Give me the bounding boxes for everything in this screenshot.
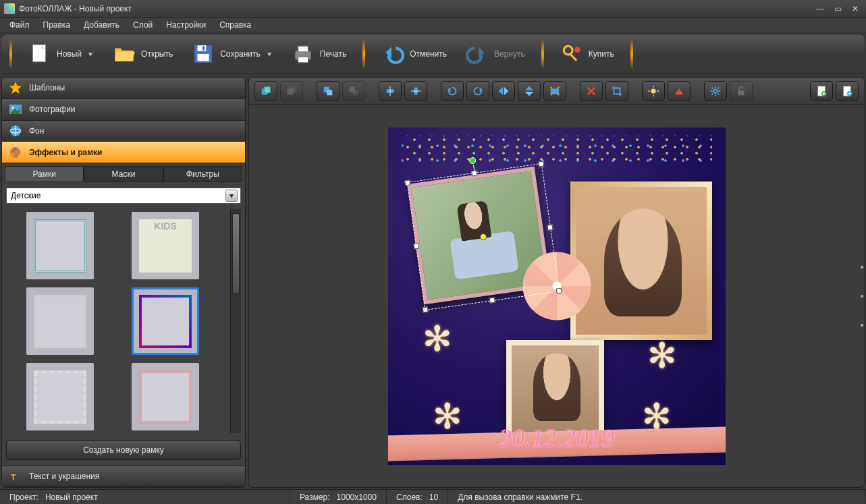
svg-line-55 (718, 93, 720, 94)
menu-layer[interactable]: Слой (126, 18, 159, 32)
toolbar-separator (9, 40, 12, 68)
menu-settings[interactable]: Настройки (159, 18, 213, 32)
sidebar-tab-templates[interactable]: Шаблоны (2, 78, 245, 99)
svg-rect-3 (198, 45, 207, 51)
printer-icon (292, 43, 315, 65)
add-page-button[interactable] (810, 81, 833, 101)
fit-to-screen-button[interactable] (543, 81, 566, 101)
folder-open-icon (113, 43, 136, 65)
resize-handle[interactable] (489, 297, 495, 303)
svg-rect-28 (288, 88, 294, 94)
subtab-label: Рамки (32, 169, 55, 179)
open-button[interactable]: Открыть (106, 37, 180, 71)
redo-button[interactable]: Вернуть (459, 37, 532, 71)
subtab-filters[interactable]: Фильтры (163, 166, 242, 181)
save-icon (192, 43, 215, 65)
frames-scrollbar[interactable] (230, 209, 241, 433)
send-backward-button[interactable] (280, 81, 303, 101)
subtab-label: Маски (112, 169, 136, 179)
chevron-down-icon[interactable]: ▾ (87, 40, 94, 68)
buy-button[interactable]: Купить (553, 37, 621, 71)
menu-edit[interactable]: Правка (36, 18, 78, 32)
necklace-decoration (402, 136, 712, 163)
left-sidebar: Шаблоны Фотографии Фон Эффекты и рамки Р… (1, 77, 246, 488)
date-text-layer[interactable]: 20.12.2019 (388, 423, 726, 453)
menu-file[interactable]: Файл (3, 18, 36, 32)
frame-thumb[interactable] (26, 212, 94, 279)
create-frame-button[interactable]: Создать новую рамку (6, 440, 241, 460)
svg-point-63 (848, 92, 850, 94)
delete-button[interactable] (580, 81, 603, 101)
close-button[interactable]: ✕ (848, 4, 862, 13)
resize-handle[interactable] (547, 224, 553, 230)
effects-button[interactable] (668, 81, 691, 101)
svg-line-57 (712, 93, 713, 94)
chevron-down-icon[interactable]: ▾ (266, 40, 273, 68)
bring-forward-button[interactable] (254, 81, 277, 101)
canvas-viewport[interactable]: 20.12.2019 (249, 105, 864, 487)
svg-marker-40 (504, 86, 508, 95)
scrollbar-thumb[interactable] (232, 213, 240, 294)
svg-rect-4 (198, 54, 209, 61)
sidebar-tab-effects[interactable]: Эффекты и рамки (2, 142, 245, 163)
minimize-button[interactable]: — (813, 4, 827, 13)
frame-thumb[interactable] (26, 287, 94, 355)
flower-decoration[interactable] (520, 249, 594, 323)
svg-marker-39 (499, 86, 503, 95)
svg-point-11 (564, 46, 572, 55)
frame-thumb[interactable] (132, 287, 199, 355)
palette-icon (9, 146, 22, 159)
settings-button[interactable] (704, 81, 727, 101)
align-vertical-button[interactable] (404, 81, 427, 101)
menu-help[interactable]: Справка (213, 18, 258, 32)
sidebar-tab-photos[interactable]: Фотографии (2, 99, 245, 121)
flip-horizontal-button[interactable] (492, 81, 515, 101)
snowflake-decoration[interactable] (643, 337, 681, 374)
resize-handle[interactable] (422, 306, 428, 312)
sidebar-tab-background[interactable]: Фон (2, 121, 245, 142)
rotate-right-button[interactable] (466, 81, 489, 101)
snowflake-decoration[interactable] (418, 320, 456, 358)
svg-point-16 (11, 107, 14, 109)
sidebar-tab-label: Текст и украшения (29, 472, 99, 481)
menu-bar: Файл Правка Добавить Слой Настройки Спра… (0, 18, 866, 32)
buy-button-label: Купить (589, 49, 614, 59)
menu-add[interactable]: Добавить (77, 18, 126, 32)
brightness-button[interactable] (642, 81, 665, 101)
frame-thumb[interactable] (132, 363, 199, 430)
subtab-frames[interactable]: Рамки (5, 166, 84, 181)
right-panel-expand[interactable] (860, 266, 864, 327)
undo-button[interactable]: Отменить (375, 37, 454, 71)
print-button[interactable]: Печать (285, 37, 353, 71)
page-settings-button[interactable] (836, 81, 859, 101)
crop-button[interactable] (605, 81, 628, 101)
category-dropdown[interactable]: Детские ▾ (6, 188, 241, 204)
subtab-label: Фильтры (186, 169, 219, 179)
flip-vertical-button[interactable] (518, 81, 541, 101)
svg-point-13 (574, 47, 580, 53)
bring-to-front-button[interactable] (317, 81, 340, 101)
svg-rect-5 (202, 46, 205, 50)
create-frame-label: Создать новую рамку (83, 445, 164, 455)
frame-thumb[interactable]: KIDS (132, 212, 199, 279)
maximize-button[interactable]: ▭ (831, 4, 844, 13)
svg-marker-14 (9, 82, 22, 94)
status-label: Размер: (300, 493, 330, 502)
svg-marker-42 (525, 91, 534, 95)
collage-canvas[interactable]: 20.12.2019 (388, 128, 726, 465)
app-icon (4, 3, 15, 14)
save-button[interactable]: Сохранить ▾ (185, 37, 279, 71)
rotate-left-button[interactable] (441, 81, 464, 101)
sidebar-tab-text[interactable]: T Текст и украшения (2, 466, 245, 487)
align-horizontal-button[interactable] (379, 81, 402, 101)
content-area: Шаблоны Фотографии Фон Эффекты и рамки Р… (1, 76, 865, 489)
window-title: ФотоКОЛЛАЖ - Новый проект (19, 4, 809, 13)
frame-thumb[interactable] (26, 363, 94, 430)
svg-rect-26 (264, 86, 270, 92)
svg-rect-32 (350, 86, 355, 92)
svg-point-20 (12, 150, 14, 152)
new-button[interactable]: Новый ▾ (22, 37, 101, 71)
send-to-back-button[interactable] (342, 81, 365, 101)
subtab-masks[interactable]: Маски (84, 166, 163, 181)
lock-button[interactable] (730, 81, 753, 101)
